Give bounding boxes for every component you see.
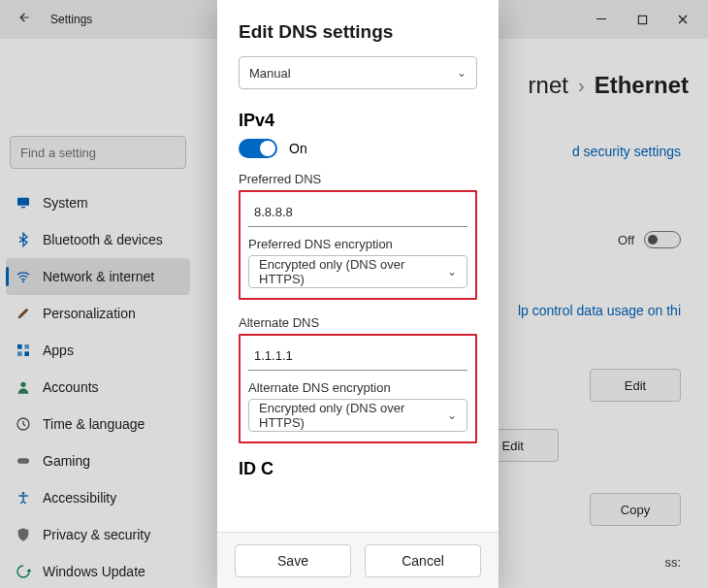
preferred-dns-label: Preferred DNS (239, 172, 477, 186)
preferred-dns-encryption-value: Encrypted only (DNS over HTTPS) (259, 257, 447, 286)
preferred-dns-encryption-select[interactable]: Encrypted only (DNS over HTTPS) ⌄ (248, 255, 467, 288)
dns-mode-value: Manual (249, 66, 291, 81)
preferred-dns-input[interactable] (248, 198, 467, 227)
ipv6-heading: ID C (239, 459, 477, 476)
dns-mode-select[interactable]: Manual ⌄ (239, 56, 477, 89)
alternate-dns-highlight: Alternate DNS encryption Encrypted only … (239, 334, 477, 443)
dialog-title: Edit DNS settings (239, 21, 477, 43)
ipv4-heading: IPv4 (239, 111, 477, 131)
ipv4-toggle[interactable] (239, 139, 277, 158)
chevron-down-icon: ⌄ (447, 408, 457, 422)
save-button[interactable]: Save (235, 544, 351, 577)
preferred-dns-highlight: Preferred DNS encryption Encrypted only … (239, 190, 477, 300)
cancel-button[interactable]: Cancel (365, 544, 481, 577)
chevron-down-icon: ⌄ (447, 265, 457, 278)
alternate-dns-encryption-value: Encrypted only (DNS over HTTPS) (259, 401, 447, 430)
alternate-dns-encryption-select[interactable]: Encrypted only (DNS over HTTPS) ⌄ (248, 399, 467, 432)
ipv4-on-label: On (289, 141, 307, 156)
dialog-footer: Save Cancel (217, 532, 499, 588)
alternate-dns-encryption-label: Alternate DNS encryption (248, 380, 467, 395)
alternate-dns-label: Alternate DNS (239, 315, 477, 330)
preferred-dns-encryption-label: Preferred DNS encryption (248, 237, 467, 251)
alternate-dns-input[interactable] (248, 342, 467, 371)
edit-dns-dialog: Edit DNS settings Manual ⌄ IPv4 On Prefe… (217, 0, 499, 588)
chevron-down-icon: ⌄ (457, 66, 467, 80)
